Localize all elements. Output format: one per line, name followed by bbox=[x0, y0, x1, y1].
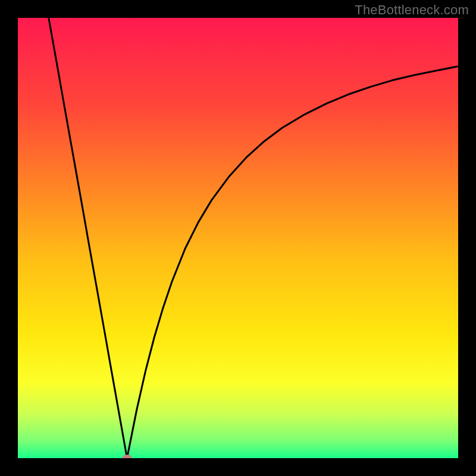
watermark-text: TheBottleneck.com bbox=[355, 2, 469, 18]
chart-plot bbox=[18, 18, 458, 458]
chart-background bbox=[18, 18, 458, 458]
chart-frame: TheBottleneck.com bbox=[0, 0, 476, 476]
